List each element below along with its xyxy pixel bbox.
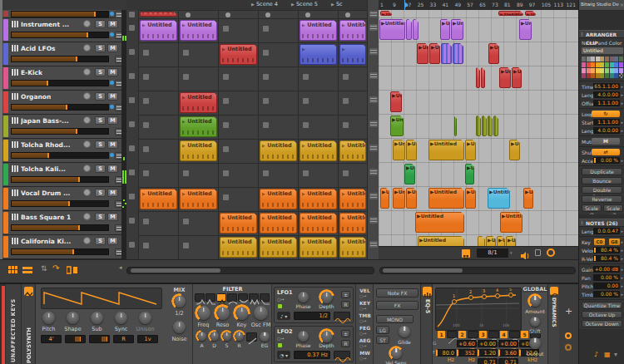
slot-stop-square[interactable] bbox=[223, 26, 229, 32]
clip-slot[interactable]: ▶ Untitled bbox=[138, 18, 179, 43]
lfo-retrigger-button[interactable]: R bbox=[341, 340, 350, 347]
eq-band-number-chip[interactable]: 1 bbox=[438, 331, 445, 338]
eq-band-number-chip[interactable]: 4 bbox=[500, 331, 508, 338]
track-name[interactable]: Organon bbox=[21, 93, 51, 101]
filter-osc-fm-knob[interactable] bbox=[254, 306, 268, 320]
clip-slot[interactable] bbox=[298, 115, 339, 140]
bounce-button[interactable]: Bounce bbox=[582, 177, 622, 184]
clip-play-icon[interactable]: ▶ bbox=[342, 143, 345, 148]
lfo-sync-mode-dropdown[interactable]: ◔ ▾ bbox=[277, 351, 290, 359]
arranger-clip[interactable] bbox=[481, 67, 485, 88]
dynamics-tab[interactable]: DYNAMICS bbox=[547, 284, 559, 364]
solo-button[interactable]: S bbox=[95, 165, 106, 173]
audition-speaker-icon[interactable] bbox=[520, 248, 530, 258]
arranger-clip[interactable]: ▶Unt bbox=[509, 140, 520, 160]
mod-source-aeg-label[interactable]: AEG bbox=[356, 337, 374, 343]
slot-stop-square[interactable] bbox=[263, 122, 269, 128]
filter-type-0-icon[interactable] bbox=[195, 293, 205, 302]
glide-knob[interactable] bbox=[399, 326, 410, 337]
arranger-clip[interactable]: ▶Unt bbox=[488, 43, 499, 64]
notes-pitch[interactable]: Pitch0.00▸ bbox=[581, 283, 623, 290]
color-swatch[interactable] bbox=[591, 73, 595, 78]
clip-play-icon[interactable]: ▶ bbox=[222, 47, 225, 52]
clip-slot[interactable]: ▶ Untitled bbox=[218, 42, 259, 67]
launcher-clip[interactable]: ▶ Untitled bbox=[339, 20, 366, 41]
color-swatch[interactable] bbox=[619, 57, 623, 61]
track-stop-button[interactable] bbox=[129, 242, 135, 248]
clip-slot[interactable] bbox=[138, 115, 179, 140]
launcher-clip[interactable]: ▶ Untitled bbox=[339, 189, 366, 209]
slot-stop-square[interactable] bbox=[143, 74, 149, 80]
color-swatch[interactable] bbox=[619, 62, 623, 67]
filter-type-5-icon[interactable] bbox=[249, 293, 259, 302]
color-swatch[interactable] bbox=[582, 62, 586, 67]
clip-slot[interactable] bbox=[138, 91, 179, 116]
clip-play-icon[interactable]: ▶ bbox=[342, 47, 345, 52]
slot-stop-square[interactable] bbox=[303, 122, 309, 128]
clip-play-icon[interactable]: ▶ bbox=[182, 119, 186, 124]
lfo-wave-icon[interactable] bbox=[334, 351, 350, 359]
clip-slot[interactable] bbox=[218, 66, 259, 91]
launcher-overdub-icon[interactable] bbox=[462, 249, 470, 258]
clip-slot[interactable]: ▶ Untitled bbox=[298, 187, 339, 212]
clip-loop[interactable]: Loop↻ bbox=[581, 111, 623, 118]
clip-play-icon[interactable]: ▶ bbox=[142, 191, 146, 196]
arranger-clip[interactable]: ▶Unt bbox=[380, 11, 392, 16]
clip-play-icon[interactable]: ▶ bbox=[302, 143, 305, 148]
polysynth-tab[interactable]: POLYSYNTH bbox=[22, 284, 36, 364]
lfo-phase-knob[interactable] bbox=[298, 292, 309, 303]
dual-layout-icon[interactable] bbox=[67, 266, 77, 274]
notes-velocity[interactable]: Velocity80.4 %▸ bbox=[581, 247, 623, 254]
clip-slot[interactable] bbox=[138, 42, 179, 67]
clip-name-field[interactable]: Untitled bbox=[582, 47, 623, 54]
position-stepper-icon[interactable]: ▾ bbox=[510, 250, 513, 255]
clip-slot[interactable] bbox=[138, 235, 179, 259]
lfo-sync-mode-dropdown[interactable]: ♪ ▾ bbox=[277, 312, 290, 320]
arranger-track-lane[interactable]: ▶Untitled▶Unt▶Ur▶Unt bbox=[379, 235, 578, 246]
eq-band-gain-value[interactable]: +0.60 dB bbox=[457, 340, 477, 347]
clip-slot[interactable]: ▶ bbox=[298, 42, 339, 67]
clip-play-icon[interactable]: ▶ bbox=[262, 191, 265, 196]
clip-play-icon[interactable]: ▶ bbox=[222, 215, 225, 220]
clip-slot[interactable] bbox=[338, 66, 368, 91]
expand-arrow-icon[interactable]: ▸ bbox=[621, 275, 623, 280]
arranger-clip[interactable] bbox=[454, 116, 457, 136]
color-palette[interactable] bbox=[582, 57, 623, 79]
mod-source-feg-label[interactable]: FEG bbox=[356, 325, 374, 331]
clip-offset-value[interactable]: 1.1.1.00 bbox=[593, 100, 620, 106]
arranger-clip[interactable] bbox=[441, 43, 452, 64]
record-arm-button[interactable] bbox=[83, 44, 91, 52]
record-arm-button[interactable] bbox=[83, 68, 91, 76]
clip-slot[interactable]: ▶ Untitled bbox=[298, 18, 339, 43]
track-stop-button[interactable] bbox=[129, 49, 135, 55]
arranger-clip[interactable]: ▶Unt bbox=[393, 140, 405, 160]
eq-output-knob[interactable] bbox=[529, 337, 541, 349]
mod-source-tmb-label[interactable]: TMB bbox=[356, 312, 374, 318]
slot-stop-square[interactable] bbox=[263, 170, 269, 176]
arranger-track-lane[interactable]: ▶Unt▶Untitled▶Unt bbox=[379, 10, 578, 18]
clip-accent-value[interactable]: 0.00 % bbox=[593, 157, 620, 164]
poly-value-4[interactable]: 1v bbox=[137, 335, 158, 343]
slot-stop-square[interactable] bbox=[343, 98, 349, 104]
track-stop-button[interactable] bbox=[129, 145, 135, 151]
env-slope-icon[interactable] bbox=[246, 332, 257, 342]
color-swatch[interactable] bbox=[582, 68, 586, 73]
clip-play-icon[interactable]: ▶ bbox=[342, 239, 345, 244]
clip-slot[interactable]: ▶ Untitled bbox=[298, 235, 339, 259]
octave-up-button[interactable]: Octave Up bbox=[582, 311, 622, 318]
track-launcher-menu-icon[interactable] bbox=[369, 193, 378, 199]
clip-play-icon[interactable]: ▶ bbox=[182, 191, 186, 196]
volume-fader[interactable] bbox=[11, 80, 109, 86]
record-slot-dot[interactable] bbox=[186, 12, 191, 17]
lfo-bipolar-button[interactable]: ± bbox=[341, 291, 350, 298]
notes-r-vel[interactable]: R-Vel.80.4 %▸ bbox=[581, 255, 623, 263]
arranger-clip[interactable]: ▶Untitled bbox=[415, 212, 464, 233]
arranger-clip[interactable]: ▶Unt bbox=[465, 140, 476, 160]
record-arm-button[interactable] bbox=[83, 165, 91, 172]
eq-shift-knob[interactable] bbox=[530, 317, 540, 327]
color-swatch[interactable] bbox=[619, 73, 623, 78]
eq-band-gain-value[interactable]: +0.00 dB bbox=[498, 340, 518, 347]
arranger-clip[interactable] bbox=[482, 116, 487, 136]
track-stop-button[interactable] bbox=[129, 121, 135, 127]
solo-button[interactable]: S bbox=[95, 20, 106, 28]
